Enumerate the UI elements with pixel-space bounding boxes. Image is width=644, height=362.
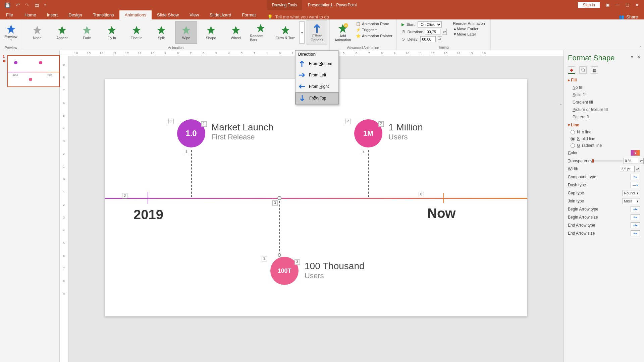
fill-section-header[interactable]: ▸ Fill [568,78,640,82]
slide-canvas[interactable]: 0 0 2019 Now 1.0 Market Launch First Rel… [105,79,527,316]
qat-more-icon[interactable]: ▾ [44,3,46,7]
fill-gradient[interactable]: Gradient fill [568,99,640,106]
tab-format[interactable]: Format [236,10,261,19]
cap-select[interactable]: Round▾ [623,190,640,196]
transparency-input[interactable] [624,158,638,164]
minimize-icon[interactable]: — [615,3,620,7]
tab-animations[interactable]: Animations [119,10,152,19]
end-arrow-size-select[interactable]: ≡▾ [631,230,640,236]
tab-insert[interactable]: Insert [42,10,63,19]
anim-wheel[interactable]: Wheel [225,21,247,44]
tab-design[interactable]: Design [63,10,87,19]
save-icon[interactable]: 💾 [5,2,10,8]
anim-wipe[interactable]: Wipe [175,21,197,44]
tab-file[interactable]: File [0,10,19,19]
milestone-label-2[interactable]: 1 Million Users [388,122,423,141]
direction-from-right[interactable]: From Right [296,81,338,92]
anim-tag[interactable]: 3 [272,200,278,206]
anim-gallery-more[interactable]: ▾ [299,21,305,44]
collapse-ribbon-icon[interactable]: ⌃ [639,46,642,49]
anim-tag[interactable]: 2 [378,121,384,127]
add-animation-button[interactable]: + Add Animation [332,20,354,45]
slideshow-from-start-icon[interactable]: ▤ [35,2,39,8]
milestone-label-1[interactable]: Market Launch First Release [211,122,273,141]
width-stepper[interactable]: ▴▾ [636,166,640,172]
tab-slideshow[interactable]: Slide Show [152,10,184,19]
tell-me-search[interactable]: 💡 Tell me what you want to do [261,14,619,19]
duration-stepper[interactable]: ▴▾ [442,29,447,35]
anim-tag[interactable]: 1 [168,119,174,124]
ruler-collapse-icon[interactable]: ⌃ [559,103,562,107]
anim-split[interactable]: Split [150,21,172,44]
maximize-icon[interactable]: ▢ [626,3,629,7]
anim-none[interactable]: None [26,21,48,44]
dash-select[interactable]: —▾ [631,182,640,188]
display-options-icon[interactable]: ▣ [606,3,609,7]
timeline-tick-start[interactable] [148,192,148,204]
anim-tag[interactable]: 3 [294,259,300,265]
tab-view[interactable]: View [184,10,204,19]
trigger-button[interactable]: ⚡Trigger▾ [356,27,392,32]
fill-picture[interactable]: Picture or texture fill [568,106,640,113]
timeline-segment-right[interactable] [279,198,527,199]
connector-m1[interactable] [191,150,192,197]
tab-transitions[interactable]: Transitions [88,10,119,19]
transparency-slider[interactable] [592,160,623,162]
anim-randombars[interactable]: Random Bars [250,21,272,44]
anim-tag[interactable]: 2 [345,119,351,124]
anim-tag[interactable]: 0 [122,193,127,198]
compound-select[interactable]: ≡▾ [631,174,640,180]
line-solid[interactable]: Solid line [568,135,640,142]
redo-icon[interactable]: ↷ [25,2,29,8]
year-now[interactable]: Now [427,206,455,221]
fill-pattern[interactable]: Pattern fill [568,113,640,121]
animation-pane-button[interactable]: 📋Animation Pane [356,21,392,26]
duration-input[interactable] [425,29,440,35]
fill-line-tab-icon[interactable]: ◆ [568,66,575,74]
anim-shape[interactable]: Shape [200,21,222,44]
begin-arrow-size-select[interactable]: ≡▾ [631,214,640,220]
undo-icon[interactable]: ↶ [16,2,20,8]
timeline-midpoint-handle[interactable] [277,196,281,200]
anim-flyin[interactable]: Fly In [101,21,123,44]
milestone-label-3[interactable]: 100 Thousand Users [305,261,365,280]
preview-button[interactable]: Preview ▾ [2,20,20,45]
close-icon[interactable]: ✕ [635,3,639,7]
connector-m2[interactable] [368,150,369,197]
tab-slidelizard[interactable]: SlideLizard [204,10,236,19]
effect-options-button[interactable]: Effect Options [307,20,327,45]
anim-tag[interactable]: 0 [419,192,424,197]
timeline-tick-now[interactable] [443,193,444,203]
anim-floatin[interactable]: Float In [125,21,148,44]
effects-tab-icon[interactable]: ⬠ [579,66,587,74]
anim-tag[interactable]: 2 [361,149,366,154]
pane-options-icon[interactable]: ▾ ✕ [631,54,641,59]
line-noline[interactable]: No line [568,129,640,135]
anim-fade[interactable]: Fade [76,21,98,44]
begin-arrow-type-select[interactable]: ⇄▾ [631,206,640,212]
anim-tag[interactable]: 3 [262,256,267,261]
transparency-stepper[interactable]: ▴▾ [639,158,644,164]
delay-input[interactable] [420,36,436,42]
line-width-input[interactable] [620,166,635,172]
connector-m3[interactable] [279,201,280,255]
end-arrow-type-select[interactable]: ⇄▾ [631,222,640,228]
direction-from-bottom[interactable]: From Bottom [296,58,338,69]
line-color-picker[interactable]: ▾ [631,150,640,156]
size-tab-icon[interactable]: ▦ [591,66,598,74]
line-section-header[interactable]: ▾ Line [568,123,640,127]
slide-thumbnail[interactable]: 2019 Now [7,55,60,87]
delay-stepper[interactable]: ▴▾ [438,36,442,42]
fill-nofill[interactable]: No fill [568,84,640,91]
anim-appear[interactable]: Appear [51,21,73,44]
fill-solid[interactable]: Solid fill [568,91,640,99]
year-start[interactable]: 2019 [133,207,163,222]
signin-button[interactable]: Sign in [578,2,600,8]
share-button[interactable]: 👥 Share [619,14,644,19]
anim-tag[interactable]: 1 [201,121,207,127]
animation-painter-button[interactable]: ⭐Animation Painter [356,34,392,38]
move-earlier-button[interactable]: ▲Move Earlier [453,27,485,31]
move-later-button[interactable]: ▼Move Later [453,32,485,36]
anim-growturn[interactable]: Grow & Turn [274,21,297,44]
line-gradient[interactable]: Gradient line [568,142,640,149]
